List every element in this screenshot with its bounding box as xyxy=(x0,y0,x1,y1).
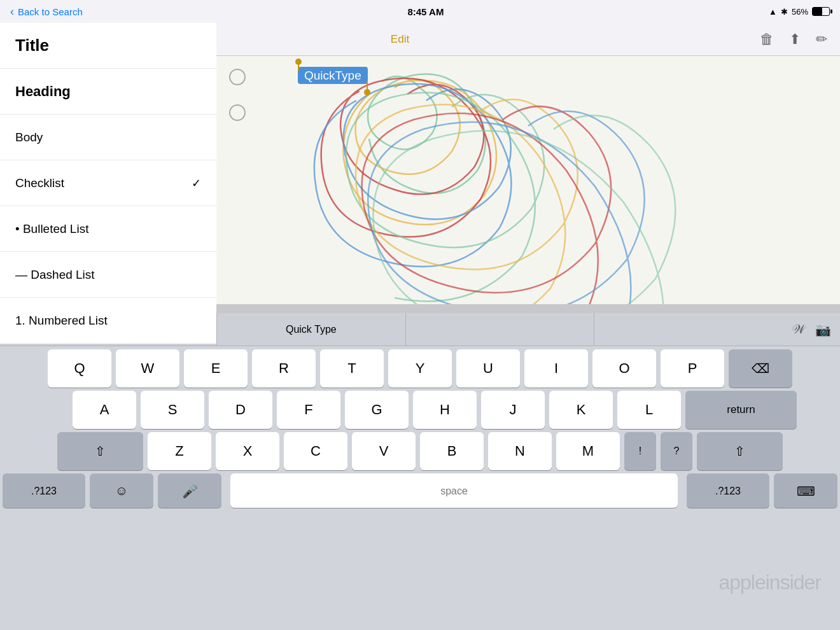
key-delete[interactable]: ⌫ xyxy=(729,349,792,388)
key-l[interactable]: L xyxy=(617,391,681,429)
body-label: Body xyxy=(15,130,43,144)
back-button[interactable]: Back to Search xyxy=(18,6,83,17)
status-time: 8:45 AM xyxy=(407,6,444,17)
keyboard-row-2: A S D F G H J K L return xyxy=(0,388,840,429)
key-d[interactable]: D xyxy=(209,391,272,429)
checklist-label: Checklist xyxy=(15,176,64,190)
key-b[interactable]: B xyxy=(420,432,484,470)
dashed-label: — Dashed List xyxy=(15,268,95,282)
checklist-area xyxy=(216,56,258,153)
menu-item-checklist[interactable]: Checklist ✓ xyxy=(0,160,216,206)
bluetooth-icon: ✱ xyxy=(781,7,788,17)
compose-icon[interactable]: ✏ xyxy=(816,31,827,48)
doodle-svg xyxy=(216,56,840,304)
keyboard-tools-right: 𝒲 📷 xyxy=(783,322,840,337)
key-n[interactable]: N xyxy=(488,432,552,470)
key-e[interactable]: E xyxy=(184,349,248,388)
status-bar: ‹ Back to Search 8:45 AM ▲ ✱ 56% xyxy=(0,0,840,23)
key-p[interactable]: P xyxy=(661,349,724,388)
keyboard-area: B I U Quick Type 𝒲 📷 Q W E R T Y U I O P… xyxy=(0,313,840,630)
quicktype-selection: QuickType xyxy=(298,69,368,83)
bulleted-label: • Bulleted List xyxy=(15,222,88,236)
suggestion-1[interactable]: Quick Type xyxy=(217,313,406,346)
status-right: ▲ ✱ 56% xyxy=(769,7,830,17)
key-t[interactable]: T xyxy=(320,349,384,388)
format-menu: Title Heading Body Checklist ✓ • Bullete… xyxy=(0,23,216,344)
battery-percent: 56% xyxy=(792,7,808,17)
key-shift-right[interactable]: ⇧ xyxy=(697,432,783,470)
menu-item-numbered[interactable]: 1. Numbered List xyxy=(0,298,216,344)
key-m[interactable]: M xyxy=(556,432,620,470)
toolbar-right: 🗑 ⬆ ✏ xyxy=(760,31,827,48)
numbered-label: 1. Numbered List xyxy=(15,314,108,328)
key-i[interactable]: I xyxy=(524,349,588,388)
key-numbers-left[interactable]: .?123 xyxy=(3,473,85,508)
key-j[interactable]: J xyxy=(481,391,545,429)
key-a[interactable]: A xyxy=(73,391,136,429)
suggestion-3[interactable] xyxy=(594,313,783,346)
battery-icon xyxy=(812,7,830,16)
key-return[interactable]: return xyxy=(685,391,797,429)
key-o[interactable]: O xyxy=(592,349,656,388)
checklist-item-2 xyxy=(229,104,246,121)
key-w[interactable]: W xyxy=(116,349,179,388)
key-k[interactable]: K xyxy=(549,391,613,429)
keyboard-row-3: ⇧ Z X C V B N M ! ? ⇧ xyxy=(0,429,840,470)
key-space[interactable]: space xyxy=(230,473,678,508)
suggestion-1-text: Quick Type xyxy=(286,324,337,335)
back-arrow-icon: ‹ xyxy=(10,5,14,18)
keyboard-row-4: .?123 ☺ 🎤 space .?123 ⌨ xyxy=(0,470,840,510)
keyboard-row-1: Q W E R T Y U I O P ⌫ xyxy=(0,346,840,388)
camera-icon[interactable]: 📷 xyxy=(815,322,831,337)
key-q[interactable]: Q xyxy=(48,349,111,388)
key-punctuation[interactable]: ! xyxy=(624,432,656,470)
key-shift-left[interactable]: ⇧ xyxy=(57,432,143,470)
key-hide-keyboard[interactable]: ⌨ xyxy=(774,473,837,508)
menu-item-body[interactable]: Body xyxy=(0,115,216,160)
edit-button[interactable]: Edit xyxy=(391,33,409,46)
key-mic[interactable]: 🎤 xyxy=(158,473,221,508)
quicktype-suggestions-bar: Quick Type xyxy=(216,313,783,346)
key-s[interactable]: S xyxy=(141,391,204,429)
key-g[interactable]: G xyxy=(345,391,409,429)
key-question[interactable]: ? xyxy=(661,432,692,470)
key-u[interactable]: U xyxy=(456,349,520,388)
key-h[interactable]: H xyxy=(413,391,477,429)
quicktype-text: QuickType xyxy=(298,67,368,84)
key-f[interactable]: F xyxy=(277,391,340,429)
menu-item-dashed[interactable]: — Dashed List xyxy=(0,252,216,298)
heading-label: Heading xyxy=(15,83,71,100)
checkbox-2[interactable] xyxy=(229,104,246,121)
title-label: Title xyxy=(15,36,49,55)
key-v[interactable]: V xyxy=(352,432,416,470)
key-r[interactable]: R xyxy=(252,349,316,388)
checklist-item-1 xyxy=(229,69,246,85)
key-x[interactable]: X xyxy=(216,432,279,470)
key-numbers-right[interactable]: .?123 xyxy=(687,473,769,508)
key-c[interactable]: C xyxy=(284,432,347,470)
key-emoji[interactable]: ☺ xyxy=(90,473,153,508)
checkmark-icon: ✓ xyxy=(192,176,201,190)
suggestion-2[interactable] xyxy=(406,313,595,346)
menu-item-bulleted[interactable]: • Bulleted List xyxy=(0,206,216,252)
menu-item-title[interactable]: Title xyxy=(0,23,216,69)
share-icon[interactable]: ⬆ xyxy=(789,31,801,48)
trash-icon[interactable]: 🗑 xyxy=(760,31,774,48)
location-icon: ▲ xyxy=(769,7,777,17)
status-left: ‹ Back to Search xyxy=(10,5,83,18)
key-z[interactable]: Z xyxy=(148,432,211,470)
menu-item-heading[interactable]: Heading xyxy=(0,69,216,115)
checkbox-1[interactable] xyxy=(229,69,246,85)
handwriting-icon[interactable]: 𝒲 xyxy=(792,322,804,337)
key-y[interactable]: Y xyxy=(388,349,452,388)
